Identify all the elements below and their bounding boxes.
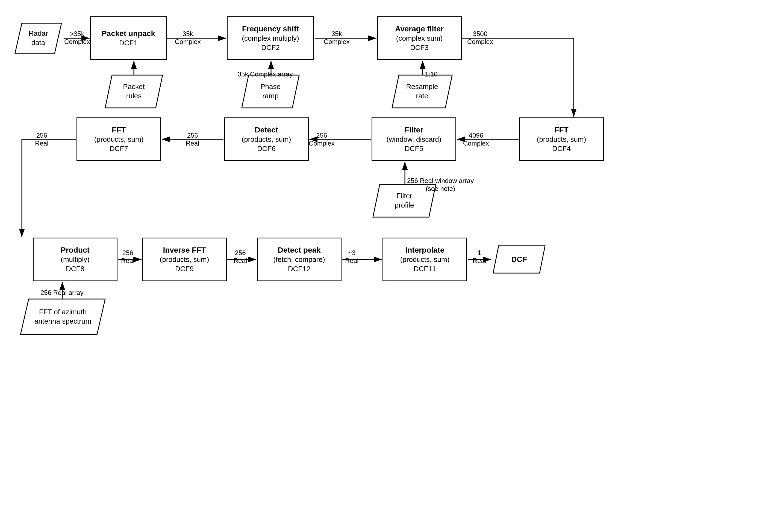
para-packet-rules: Packet rules [104, 74, 164, 109]
inv-fft9-title: Inverse FFT [163, 245, 206, 255]
inv-fft9-sub1: (products, sum) [160, 255, 209, 264]
resample-text1: Resample [406, 82, 438, 92]
box-fft-dcf4: FFT (products, sum) DCF4 [519, 117, 604, 161]
para-resample-rate: Resample rate [391, 74, 453, 109]
label-fft7-left: 256 Real [35, 132, 48, 147]
box-fft-dcf7: FFT (products, sum) DCF7 [77, 117, 161, 161]
box-frequency-shift: Frequency shift (complex multiply) DCF2 [227, 16, 314, 60]
box-product-dcf8: Product (multiply) DCF8 [33, 238, 117, 281]
para-radar-data: Radar data [14, 22, 63, 54]
product8-sub1: (multiply) [61, 255, 89, 264]
phase-ramp-text2: ramp [260, 92, 281, 101]
box-average-filter: Average filter (complex sum) DCF3 [377, 16, 462, 60]
phase-ramp-text1: Phase [260, 82, 281, 92]
label-filter5-to-detect6: 256 Complex [309, 132, 335, 147]
detect6-sub2: DCF6 [257, 144, 276, 153]
para-fft-azimuth: FFT of azimuth antenna spectrum [19, 298, 107, 336]
label-interp-to-dcf: 1 Real [473, 249, 486, 265]
label-avg-right: 3500 Complex [467, 30, 493, 46]
filter-profile-text2: profile [395, 201, 414, 210]
interp11-title: Interpolate [405, 245, 444, 255]
label-fft-azimuth: 256 Real array [40, 289, 83, 297]
fft4-sub2: DCF4 [552, 144, 571, 153]
label-product-to-invfft: 256 Real [121, 249, 134, 265]
interp11-sub2: DCF11 [414, 264, 436, 274]
inv-fft9-sub2: DCF9 [175, 264, 194, 274]
detect-peak12-sub2: DCF12 [288, 264, 310, 274]
box-packet-unpack: Packet unpack DCF1 [90, 16, 166, 60]
label-detect-to-interp: ~3 Real [345, 249, 358, 265]
box-inverse-fft-dcf9: Inverse FFT (products, sum) DCF9 [142, 238, 227, 281]
fft4-title: FFT [554, 125, 568, 135]
label-filter-profile: 256 Real window array (see note) [407, 177, 474, 193]
box-detect-peak-dcf12: Detect peak (fetch, compare) DCF12 [257, 238, 341, 281]
packet-rules-text2: rules [123, 92, 145, 101]
product8-sub2: DCF8 [66, 264, 85, 274]
fft7-sub1: (products, sum) [94, 135, 144, 144]
filter5-sub2: DCF5 [405, 144, 423, 153]
label-resample-to-avg: 1:10 [425, 71, 438, 79]
fft-azimuth-text2: antenna spectrum [34, 317, 91, 326]
freq-shift-sub2: DCF2 [261, 43, 280, 52]
avg-filter-title: Average filter [395, 24, 444, 34]
fft4-sub1: (products, sum) [537, 135, 586, 144]
dcf-output-text: DCF [511, 255, 527, 264]
fft-azimuth-text1: FFT of azimuth [34, 307, 91, 317]
product8-title: Product [61, 245, 90, 255]
label-phase-to-freq: 35k Complex array [238, 71, 293, 79]
filter5-title: Filter [405, 125, 423, 135]
freq-shift-sub1: (complex multiply) [242, 34, 299, 43]
box-interpolate-dcf11: Interpolate (products, sum) DCF11 [382, 238, 467, 281]
filter5-sub1: (window, discard) [386, 135, 442, 144]
avg-filter-sub1: (complex sum) [396, 34, 443, 43]
label-fft4-to-filter5: 4096 Complex [463, 132, 489, 147]
filter-profile-text1: Filter [395, 191, 414, 201]
packet-unpack-sub: DCF1 [119, 38, 138, 48]
packet-unpack-title: Packet unpack [102, 29, 155, 38]
label-radar-to-unpack: >35k Complex [64, 30, 90, 46]
packet-rules-text1: Packet [123, 82, 145, 92]
fft7-sub2: DCF7 [110, 144, 128, 153]
fft7-title: FFT [112, 125, 126, 135]
label-unpack-to-freq: 35k Complex [175, 30, 201, 46]
para-dcf-output: DCF [492, 244, 546, 274]
para-phase-ramp: Phase ramp [240, 74, 301, 109]
detect6-sub1: (products, sum) [242, 135, 291, 144]
diagram: Packet unpack DCF1 Frequency shift (comp… [0, 0, 777, 532]
radar-data-text2: data [29, 38, 48, 47]
radar-data-text1: Radar [29, 29, 48, 38]
detect-peak12-title: Detect peak [278, 245, 321, 255]
freq-shift-title: Frequency shift [242, 24, 299, 34]
resample-text2: rate [406, 92, 438, 101]
label-freq-to-avg: 35k Complex [324, 30, 350, 46]
detect6-title: Detect [255, 125, 278, 135]
box-filter-dcf5: Filter (window, discard) DCF5 [371, 117, 456, 161]
label-detect6-to-fft7: 256 Real [186, 132, 199, 147]
interp11-sub1: (products, sum) [400, 255, 450, 264]
box-detect-dcf6: Detect (products, sum) DCF6 [224, 117, 309, 161]
avg-filter-sub2: DCF3 [410, 43, 429, 52]
label-invfft-to-detect: 256 Real [234, 249, 247, 265]
detect-peak12-sub1: (fetch, compare) [273, 255, 325, 264]
